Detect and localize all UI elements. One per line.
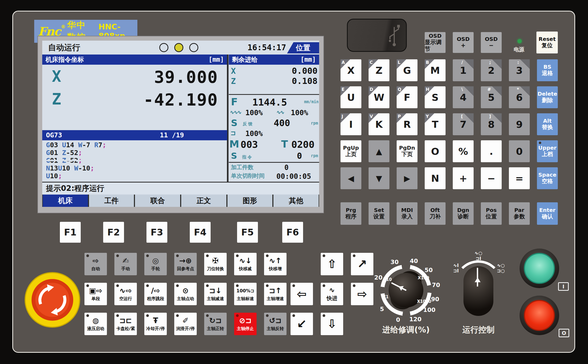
key-backspace[interactable]: BS退格 <box>537 59 558 81</box>
key-1[interactable]: /1 <box>453 59 474 81</box>
key-set-settings[interactable]: Set设置 <box>369 202 389 225</box>
key-w[interactable]: DW <box>369 86 389 108</box>
key-dgn-diagnosis[interactable]: Dgn诊断 <box>453 202 474 225</box>
key-o[interactable]: O <box>425 140 446 162</box>
key-n[interactable]: N <box>425 167 446 189</box>
key-9[interactable]: 9 <box>509 113 530 135</box>
spindle-forward-key[interactable]: ↻⊐主轴正转 <box>204 313 227 335</box>
block-skip-key[interactable]: ∕⇨程序跳段 <box>144 283 167 305</box>
key-pgup[interactable]: PgUp上页 <box>341 140 361 162</box>
fkey-f2[interactable]: F2 <box>103 222 124 243</box>
jog-right-key[interactable]: ⇨ <box>351 283 373 305</box>
fkey-f6[interactable]: F6 <box>282 222 303 243</box>
fkey-f1[interactable]: F1 <box>60 222 81 243</box>
spindle-stop-key[interactable]: ⊘⊐主轴停止 <box>234 313 257 335</box>
key-u[interactable]: EU <box>341 86 361 108</box>
key-plus[interactable]: + <box>453 167 474 189</box>
key-pgdn[interactable]: PgDn下页 <box>397 140 417 162</box>
key-cursor-up[interactable]: ▲ <box>369 140 389 162</box>
tool-index-key[interactable]: ✠刀位转换 <box>204 253 227 275</box>
emergency-stop-button[interactable] <box>24 271 81 329</box>
key-k[interactable]: VK <box>369 113 389 135</box>
key-2[interactable]: ;2 <box>481 59 502 81</box>
key-par-parameter[interactable]: Par参数 <box>509 202 530 225</box>
screen-tab-4[interactable]: 正文 <box>181 195 226 207</box>
screen-tab-5[interactable]: 图形 <box>227 195 273 207</box>
fkey-f4[interactable]: F4 <box>190 222 211 243</box>
key-6[interactable]: *6 <box>509 86 530 108</box>
chuck-clamp-key[interactable]: ⊐⊏卡盘松/紧 <box>114 313 137 335</box>
key-0[interactable]: 0 <box>509 140 530 162</box>
screen-tab-6[interactable]: 其他 <box>273 195 319 207</box>
key-cursor-right[interactable]: ▶ <box>397 167 417 189</box>
key-5[interactable]: #5 <box>481 86 502 108</box>
screen-tab-1[interactable]: 机床 <box>43 195 88 207</box>
key-f[interactable]: QF <box>397 86 417 108</box>
key-t[interactable]: YT <box>425 113 446 135</box>
key-4[interactable]: \4 <box>453 86 474 108</box>
jog-down-left-key[interactable]: ↙ <box>291 313 313 335</box>
rapid-traverse-key[interactable]: ∿快进 <box>321 283 343 305</box>
dry-run-key[interactable]: ∿⇨空运行 <box>114 283 137 305</box>
key-percent[interactable]: % <box>453 140 474 162</box>
power-on-icon: I <box>558 282 569 291</box>
key-prg-program[interactable]: Prg程序 <box>341 202 361 225</box>
spindle-increase-key[interactable]: ⊐↑主轴增速 <box>264 283 287 305</box>
hydraulic-start-key[interactable]: ◍液压启动 <box>84 313 107 335</box>
cycle-stop-button[interactable] <box>520 296 559 335</box>
key-enter[interactable]: Enter确认 <box>537 202 558 225</box>
key-7[interactable]: [7 <box>453 113 474 135</box>
key-delete[interactable]: Delete删除 <box>537 86 558 108</box>
key-x[interactable]: AX <box>341 59 361 81</box>
jog-down-key[interactable]: ⇩ <box>321 313 343 335</box>
single-block-key[interactable]: ▣⇨单段 <box>84 283 107 305</box>
key-3[interactable]: :3 <box>509 59 530 81</box>
key-r[interactable]: PR <box>397 113 417 135</box>
key-pos-position[interactable]: Pos位置 <box>481 202 502 225</box>
spindle-decrease-key[interactable]: ⊐↓主轴减速 <box>204 283 227 305</box>
spindle-100-key[interactable]: 100%⊐主轴标速 <box>234 283 257 305</box>
rapid-decrease-key[interactable]: ∿↓快移减 <box>234 253 257 275</box>
lubrication-key[interactable]: ✐润滑开/停 <box>174 313 197 335</box>
osd-adjust-key[interactable]: OSD显示调节 <box>425 32 446 53</box>
handwheel-mode-key[interactable]: ◎手轮 <box>144 253 167 275</box>
key-alt[interactable]: Alt替换 <box>537 113 558 135</box>
ref-point-return-key[interactable]: →⊕回参考点 <box>174 253 197 275</box>
key-minus[interactable]: − <box>481 167 502 189</box>
manual-mode-key[interactable]: ✍手动 <box>114 253 137 275</box>
rapid-increase-key[interactable]: ∿↑快移增 <box>264 253 287 275</box>
key-equals[interactable]: = <box>509 167 530 189</box>
spindle-jog-key[interactable]: ⊙主轴点动 <box>174 283 197 305</box>
usb-port-cover[interactable] <box>347 19 407 52</box>
key-oft-tool-offset[interactable]: Oft刀补 <box>425 202 446 225</box>
selector-knob[interactable] <box>463 266 493 316</box>
osd-minus-key[interactable]: OSD− <box>481 32 502 53</box>
key-m[interactable]: BM <box>425 59 446 81</box>
jog-up-right-key[interactable]: ↗ <box>351 253 373 275</box>
key-g[interactable]: LG <box>397 59 417 81</box>
coolant-key[interactable]: Ŧ冷却开/停 <box>144 313 167 335</box>
cycle-start-button[interactable] <box>520 249 559 288</box>
key-8[interactable]: ]8 <box>481 113 502 135</box>
key-s[interactable]: HS <box>425 86 446 108</box>
screen-tab-3[interactable]: 联合 <box>135 195 180 207</box>
key-mdi-input[interactable]: MDI录入 <box>397 202 417 225</box>
fkey-f5[interactable]: F5 <box>237 222 258 243</box>
key-cursor-left[interactable]: ◀ <box>341 167 361 189</box>
key-space[interactable]: Space空格 <box>537 167 558 189</box>
jog-up-key[interactable]: ⇧ <box>321 253 343 275</box>
fkey-f3[interactable]: F3 <box>146 222 167 243</box>
key-cursor-down[interactable]: ▼ <box>369 167 389 189</box>
reset-key[interactable]: Reset复位 <box>536 32 558 53</box>
key-upper[interactable]: Upper上档 <box>537 140 558 162</box>
spindle-reverse-key[interactable]: ↺⊐主轴反转 <box>264 313 287 335</box>
jog-left-key[interactable]: ⇦ <box>291 283 313 305</box>
run-control-selector[interactable]: ∿I⊐I∿○⊐I∿○⊐○ <box>448 264 508 320</box>
auto-mode-key[interactable]: ⇨自动 <box>84 253 107 275</box>
screen-tab-2[interactable]: 工件 <box>89 195 134 207</box>
key-z[interactable]: CZ <box>369 59 389 81</box>
key-i[interactable]: JI <box>341 113 361 135</box>
key-dot[interactable]: . <box>481 140 502 162</box>
feed-override-dial[interactable]: 05203040507090100120X1X10X100X1000 <box>371 255 441 325</box>
osd-plus-key[interactable]: OSD+ <box>453 32 474 53</box>
